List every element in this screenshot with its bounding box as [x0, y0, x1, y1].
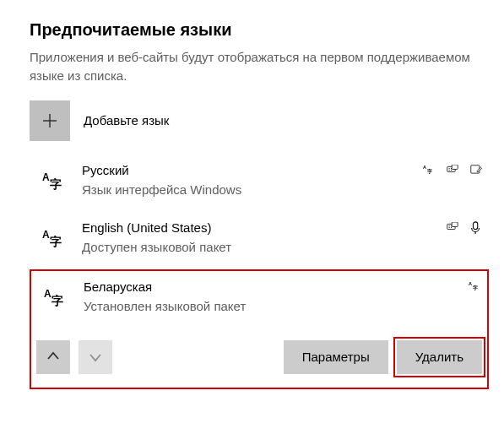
keyboard-icon	[445, 163, 460, 178]
language-item[interactable]: РусскийЯзык интерфейса Windows	[30, 155, 489, 207]
plus-icon	[30, 100, 70, 141]
add-language-button[interactable]: Добавьте язык	[30, 100, 489, 141]
language-features	[445, 220, 484, 236]
display-language-icon	[467, 279, 482, 295]
language-features	[421, 163, 484, 178]
keyboard-icon	[445, 220, 460, 236]
section-title: Предпочитаемые языки	[30, 20, 489, 40]
move-up-button[interactable]	[36, 340, 70, 374]
language-item[interactable]: БеларускаяУстановлен языковой пакетПарам…	[30, 269, 489, 389]
language-features	[467, 279, 482, 295]
language-name: Русский	[82, 161, 408, 179]
language-icon	[35, 163, 68, 197]
handwriting-icon	[469, 163, 484, 178]
add-language-label: Добавьте язык	[84, 113, 169, 127]
language-list: РусскийЯзык интерфейса WindowsEnglish (U…	[30, 155, 489, 389]
speech-icon	[469, 220, 484, 236]
language-actions: ПараметрыУдалить	[36, 340, 482, 374]
display-language-icon	[421, 163, 436, 178]
language-subtitle: Язык интерфейса Windows	[82, 181, 408, 198]
remove-button[interactable]: Удалить	[397, 340, 482, 374]
language-icon	[36, 279, 70, 313]
language-name: Беларуская	[84, 278, 453, 296]
language-subtitle: Доступен языковой пакет	[82, 238, 431, 256]
arrow-up-icon	[45, 349, 62, 366]
language-subtitle: Установлен языковой пакет	[84, 297, 453, 315]
language-name: English (United States)	[82, 219, 431, 236]
section-description: Приложения и веб-сайты будут отображатьс…	[30, 48, 489, 85]
language-icon	[35, 220, 68, 254]
language-item[interactable]: English (United States)Доступен языковой…	[30, 212, 489, 264]
arrow-down-icon	[87, 349, 104, 366]
options-button[interactable]: Параметры	[284, 340, 388, 374]
move-down-button[interactable]	[79, 340, 112, 374]
